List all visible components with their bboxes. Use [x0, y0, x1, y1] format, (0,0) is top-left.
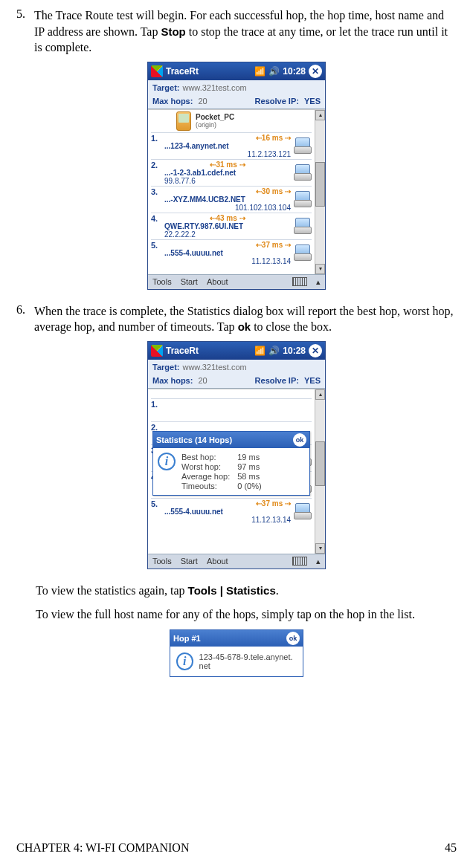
- computer-icon: [294, 137, 312, 154]
- volume-icon: 🔊: [268, 346, 280, 356]
- arrow-right-icon: ⇢: [237, 214, 245, 222]
- menu-start[interactable]: Start: [181, 557, 198, 566]
- statistics-grid: Best hop:19 ms Worst hop:97 ms Average h…: [181, 453, 262, 490]
- scrollbar[interactable]: ▴ ▾: [315, 110, 325, 274]
- computer-icon: [294, 191, 312, 207]
- hop-time: 16 ms: [262, 134, 283, 142]
- scroll-thumb[interactable]: [315, 441, 325, 486]
- target-row: Target: www.321test.com: [148, 80, 325, 95]
- menu-tools[interactable]: Tools: [152, 277, 172, 286]
- computer-icon: [294, 164, 312, 181]
- hop-host: ...-XYZ.MM4.UCB2.NET: [164, 195, 291, 204]
- hop-ip: 99.8.77.6: [164, 177, 291, 185]
- maxhops-label: Max hops:: [152, 97, 193, 106]
- scroll-up-icon[interactable]: ▴: [315, 389, 325, 400]
- ok-button[interactable]: ok: [286, 632, 300, 645]
- hop-time: 37 ms: [262, 499, 283, 508]
- target-label: Target:: [152, 363, 179, 372]
- close-icon[interactable]: ✕: [309, 65, 322, 78]
- menu-up-icon[interactable]: ▴: [316, 557, 321, 566]
- stat-val: 19 ms: [237, 453, 261, 461]
- menu-about[interactable]: About: [207, 557, 228, 566]
- menu-about[interactable]: About: [207, 277, 228, 286]
- resolve-value: YES: [304, 376, 321, 385]
- stat-key: Average hop:: [181, 472, 230, 481]
- computer-icon: [294, 218, 312, 234]
- scroll-down-icon[interactable]: ▾: [315, 264, 325, 274]
- menu-tools[interactable]: Tools: [152, 557, 172, 566]
- menu-up-icon[interactable]: ▴: [316, 277, 321, 287]
- hop-host: ...555-4.uuuu.net: [164, 508, 291, 516]
- view-stats-a: To view the statistics again, tap: [36, 584, 188, 597]
- resolve-label: Resolve IP:: [255, 97, 299, 106]
- target-value: www.321test.com: [182, 363, 246, 372]
- hop-row[interactable]: 5. ⇠37 ms ⇢ ...555-4.uuuu.net 11.12.13.1…: [151, 239, 312, 265]
- page-footer: CHAPTER 4: WI-FI COMPANION 45: [16, 841, 457, 855]
- scroll-thumb[interactable]: [315, 162, 325, 207]
- hop-ip: 11.12.13.14: [164, 257, 291, 265]
- origin-text: Pocket_PC (origin): [196, 113, 234, 129]
- hop-row[interactable]: 4. ⇠43 ms ⇢ QWE.RTY.987.6UI.NET 22.2.22.…: [151, 213, 312, 239]
- resolve-group: Resolve IP: YES: [255, 97, 321, 106]
- titlebar: TraceRt 📶 🔊 10:28 ✕: [148, 342, 325, 360]
- keyboard-icon[interactable]: [292, 277, 307, 286]
- hop-row[interactable]: 2. ⇠31 ms ⇢ ...-1-2-3.ab1.cdef.net 99.8.…: [151, 159, 312, 185]
- hop-list: Pocket_PC (origin) 1. ⇠16 ms ⇢ ...123-4.…: [148, 109, 325, 274]
- stat-val: 58 ms: [237, 472, 261, 481]
- info-icon: i: [158, 453, 176, 470]
- step-5: 5. The Trace Route test will begin. For …: [16, 7, 457, 56]
- scroll-up-icon[interactable]: ▴: [315, 110, 325, 120]
- tracert-screen-stats: TraceRt 📶 🔊 10:28 ✕ Target: www.321test.…: [147, 341, 326, 569]
- hop-detail-dialog: Hop #1 ok i 123-45-678-9.tele.anynet.net: [170, 629, 303, 677]
- step6-text-b: to close the box.: [251, 320, 332, 333]
- hop-row[interactable]: 3. ⇠30 ms ⇢ ...-XYZ.MM4.UCB2.NET 101.102…: [151, 186, 312, 212]
- origin-row[interactable]: Pocket_PC (origin): [149, 111, 313, 131]
- scroll-down-icon[interactable]: ▾: [315, 543, 325, 554]
- target-label: Target:: [152, 83, 179, 92]
- menu-bar: Tools Start About ▴: [148, 554, 325, 569]
- signal-icon: 📶: [254, 66, 266, 77]
- arrow-right-icon: ⇢: [283, 187, 291, 195]
- clock-time: 10:28: [283, 66, 306, 77]
- step-text: The Trace Route test will begin. For eac…: [34, 7, 457, 56]
- hop-row[interactable]: 1. ⇠16 ms ⇢ ...123-4.anynet.net 11.2.123…: [151, 132, 312, 158]
- hop-row[interactable]: 5. ⇠37 ms ⇢ ...555-4.uuuu.net 11.12.13.1…: [151, 498, 312, 524]
- maxhops-value: 20: [198, 97, 207, 106]
- hop-row[interactable]: 1.: [151, 398, 312, 421]
- hop-details: ⇠31 ms ⇢ ...-1-2-3.ab1.cdef.net 99.8.77.…: [164, 161, 291, 185]
- arrow-left-icon: ⇠: [256, 187, 262, 195]
- windows-flag-icon: [151, 345, 163, 357]
- hop-ip: 22.2.22.2: [164, 230, 291, 239]
- ok-button[interactable]: ok: [293, 433, 306, 447]
- maxhops-value: 20: [198, 376, 207, 385]
- titlebar: TraceRt 📶 🔊 10:28 ✕: [148, 62, 325, 80]
- maxhops-group: Max hops: 20: [152, 97, 207, 106]
- options-row: Max hops: 20 Resolve IP: YES: [148, 375, 325, 389]
- hop-ip: 11.2.123.121: [164, 150, 291, 158]
- hop-number: 4.: [151, 214, 161, 223]
- computer-icon: [294, 503, 312, 519]
- scrollbar[interactable]: ▴ ▾: [315, 389, 325, 554]
- keyboard-icon[interactable]: [292, 557, 307, 566]
- statistics-body: i Best hop:19 ms Worst hop:97 ms Average…: [153, 448, 309, 495]
- hop-number: 5.: [151, 499, 161, 508]
- resolve-label: Resolve IP:: [255, 376, 299, 385]
- hop-number: 3.: [151, 187, 161, 196]
- resolve-group: Resolve IP: YES: [255, 376, 321, 385]
- arrow-right-icon: ⇢: [283, 499, 291, 508]
- step-text: When the trace is complete, the Statisti…: [34, 303, 457, 335]
- arrow-right-icon: ⇢: [283, 134, 291, 142]
- statistics-title: Statistics (14 Hops): [156, 435, 232, 444]
- menu-start[interactable]: Start: [181, 277, 198, 286]
- hop-details: ⇠37 ms ⇢ ...555-4.uuuu.net 11.12.13.14: [164, 241, 291, 265]
- hop-details: ⇠30 ms ⇢ ...-XYZ.MM4.UCB2.NET 101.102.10…: [164, 187, 291, 212]
- stat-key: Best hop:: [181, 453, 230, 461]
- chapter-label: CHAPTER 4: WI-FI COMPANION: [16, 841, 189, 855]
- stat-key: Timeouts:: [181, 482, 230, 490]
- ok-label: ok: [238, 320, 251, 333]
- hop-time: 37 ms: [262, 241, 283, 249]
- maxhops-group: Max hops: 20: [152, 376, 207, 385]
- hop-details: ⇠43 ms ⇢ QWE.RTY.987.6UI.NET 22.2.22.2: [164, 214, 291, 239]
- app-title: TraceRt: [166, 66, 251, 77]
- close-icon[interactable]: ✕: [309, 344, 322, 357]
